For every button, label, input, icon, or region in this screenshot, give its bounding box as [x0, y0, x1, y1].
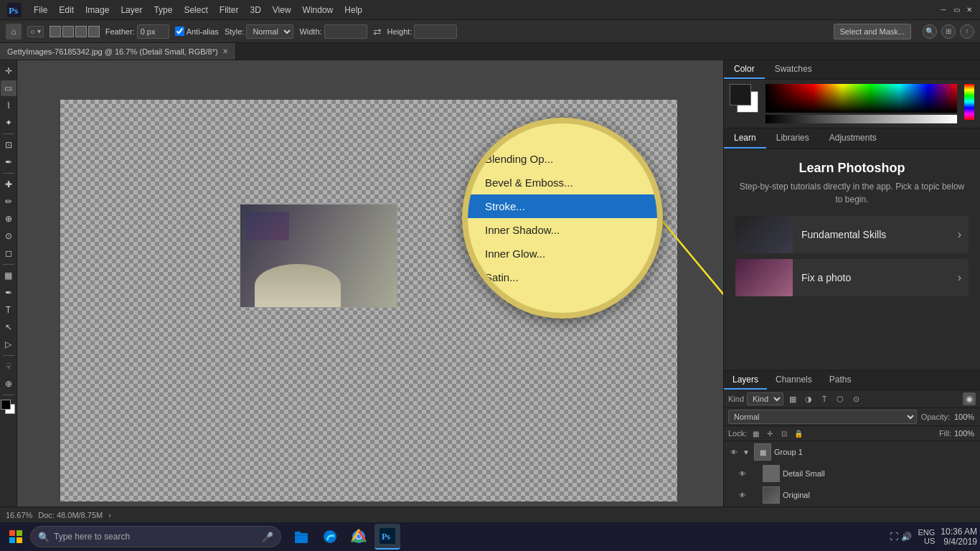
tab-color[interactable]: Color — [724, 60, 765, 79]
taskbar-app-files[interactable] — [288, 524, 314, 550]
gradient-tool[interactable]: ▦ — [1, 268, 17, 283]
tool-home[interactable]: ⌂ — [6, 24, 22, 39]
color-swatches[interactable] — [1, 400, 17, 415]
search-icon[interactable]: 🔍 — [923, 24, 937, 39]
taskbar-search[interactable]: 🔍 Type here to search 🎤 — [30, 526, 281, 547]
height-input[interactable] — [414, 24, 457, 39]
history-tool[interactable]: ⊙ — [1, 228, 17, 244]
layer-item-group1[interactable]: 👁 ▼ ▦ Group 1 — [724, 441, 980, 463]
select-and-mask-button[interactable]: Select and Mask... — [834, 24, 912, 39]
brush-tool-icon[interactable] — [88, 26, 100, 37]
document-tab[interactable]: GettyImages-76185342.jpg @ 16.7% (Detail… — [0, 43, 236, 60]
taskbar-app-chrome[interactable] — [346, 524, 372, 550]
shape-tool[interactable]: ▷ — [1, 336, 17, 352]
menu-layer[interactable]: Layer — [116, 3, 147, 17]
menu-filter[interactable]: Filter — [215, 3, 244, 17]
magic-wand-tool[interactable]: ✦ — [1, 115, 17, 131]
volume-icon[interactable]: 🔊 — [901, 532, 912, 542]
tab-learn[interactable]: Learn — [724, 128, 766, 149]
layer-pixel-filter[interactable]: ▦ — [786, 392, 799, 405]
tab-layers[interactable]: Layers — [724, 371, 767, 390]
menu-window[interactable]: Window — [298, 3, 339, 17]
rect-tool-icon[interactable] — [50, 26, 61, 37]
color-gradient-bar[interactable] — [765, 84, 957, 113]
tab-channels[interactable]: Channels — [767, 371, 821, 390]
brush-tool[interactable]: ✏ — [1, 194, 17, 209]
start-button[interactable] — [3, 524, 29, 550]
taskbar-app-edge[interactable] — [317, 524, 343, 550]
layer-item-detail-small[interactable]: 👁 Detail Small — [724, 463, 980, 484]
clone-tool[interactable]: ⊕ — [1, 211, 17, 227]
share-icon[interactable]: ↑ — [960, 24, 974, 39]
text-tool[interactable]: T — [1, 302, 17, 318]
menu-image[interactable]: Image — [80, 3, 114, 17]
feather-input[interactable] — [137, 24, 169, 39]
tutorial-card-fix-photo[interactable]: Fix a photo › — [735, 259, 969, 296]
healing-tool[interactable]: ✚ — [1, 176, 17, 192]
taskbar-clock[interactable]: 10:36 AM 9/4/2019 — [941, 527, 977, 547]
circle-menu-satin[interactable]: Satin... — [468, 265, 657, 289]
lasso-tool[interactable]: ⌇ — [1, 98, 17, 113]
layer-filter-toggle[interactable]: ◉ — [963, 392, 976, 405]
taskbar-app-photoshop[interactable]: Ps — [374, 524, 400, 550]
menu-edit[interactable]: Edit — [54, 3, 79, 17]
tab-swatches[interactable]: Swatches — [765, 60, 822, 79]
minimize-button[interactable]: ─ — [938, 5, 948, 15]
width-input[interactable] — [324, 24, 367, 39]
menu-help[interactable]: Help — [339, 3, 367, 17]
selection-tool[interactable]: ▭ — [1, 80, 17, 96]
menu-3d[interactable]: 3D — [245, 3, 265, 17]
lasso-tool-icon[interactable] — [62, 26, 74, 37]
antialias-checkbox[interactable] — [175, 27, 184, 36]
menu-type[interactable]: Type — [149, 3, 177, 17]
pen-tool[interactable]: ✒ — [1, 285, 17, 301]
zoom-tool[interactable]: ⊕ — [1, 376, 17, 392]
grid-icon[interactable]: ⊞ — [941, 24, 956, 39]
eyedropper-tool[interactable]: ✒ — [1, 154, 17, 170]
close-button[interactable]: ✕ — [964, 5, 974, 15]
tutorial-card-fundamental[interactable]: Fundamental Skills › — [735, 216, 969, 253]
lock-all-button[interactable]: 🔒 — [793, 428, 804, 439]
layer-visibility-detail-small[interactable]: 👁 — [737, 468, 748, 479]
lock-move-button[interactable]: ✛ — [764, 428, 776, 439]
hue-bar[interactable] — [964, 84, 974, 120]
circle-menu-inner-shadow[interactable]: Inner Shadow... — [468, 218, 657, 242]
layer-adjustment-filter[interactable]: ◑ — [802, 392, 815, 405]
layer-visibility-original[interactable]: 👁 — [737, 489, 748, 501]
move-tool[interactable]: ✛ — [1, 63, 17, 79]
circle-menu-blending-op[interactable]: Blending Op... — [468, 147, 657, 171]
tab-paths[interactable]: Paths — [821, 371, 860, 390]
lock-artboard-button[interactable]: ⊡ — [778, 428, 790, 439]
menu-file[interactable]: File — [29, 3, 52, 17]
circle-menu-inner-glow[interactable]: Inner Glow... — [468, 242, 657, 265]
path-select-tool[interactable]: ↖ — [1, 319, 17, 335]
layer-type-filter[interactable]: T — [818, 392, 831, 405]
close-tab-button[interactable]: ✕ — [222, 47, 228, 55]
menu-select[interactable]: Select — [179, 3, 212, 17]
lock-pixels-button[interactable]: ▦ — [750, 428, 761, 439]
layer-kind-select[interactable]: Kind — [747, 392, 783, 405]
layer-smart-filter[interactable]: ⊙ — [849, 392, 862, 405]
foreground-swatch[interactable] — [730, 84, 751, 105]
circle-menu-stroke[interactable]: Stroke... — [468, 194, 657, 218]
magic-tool-icon[interactable] — [75, 26, 87, 37]
tab-adjustments[interactable]: Adjustments — [819, 128, 887, 149]
layer-shape-filter[interactable]: ⬡ — [834, 392, 847, 405]
style-select[interactable]: Normal — [246, 24, 293, 39]
eraser-tool[interactable]: ◻ — [1, 245, 17, 261]
network-icon[interactable]: ⛶ — [890, 532, 898, 542]
circle-menu-bevel-emboss[interactable]: Bevel & Emboss... — [468, 171, 657, 194]
crop-tool[interactable]: ⊡ — [1, 137, 17, 153]
hand-tool[interactable]: ☟ — [1, 359, 17, 375]
layer-item-original[interactable]: 👁 Original — [724, 484, 980, 506]
canvas-area[interactable]: Blending Op... Bevel & Emboss... Stroke.… — [17, 60, 723, 528]
status-arrow[interactable]: › — [108, 511, 111, 519]
language-indicator[interactable]: ENG US — [918, 528, 935, 545]
menu-view[interactable]: View — [268, 3, 296, 17]
maximize-button[interactable]: ▭ — [951, 5, 961, 15]
layer-visibility-group1[interactable]: 👁 — [728, 446, 740, 458]
tab-libraries[interactable]: Libraries — [766, 128, 819, 149]
lightness-bar[interactable] — [765, 115, 957, 123]
layer-expand-group1[interactable]: ▼ — [743, 448, 751, 456]
blend-mode-select[interactable]: Normal — [728, 410, 917, 424]
